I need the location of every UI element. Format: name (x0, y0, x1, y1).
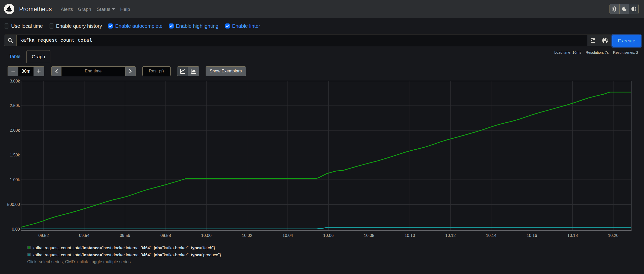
svg-text:09:54: 09:54 (79, 233, 89, 238)
svg-text:10:06: 10:06 (323, 233, 334, 238)
svg-text:09:56: 09:56 (120, 233, 130, 238)
svg-text:10:00: 10:00 (201, 233, 211, 238)
svg-text:500.00: 500.00 (7, 202, 20, 207)
svg-text:2.50k: 2.50k (10, 103, 20, 108)
svg-text:09:52: 09:52 (38, 233, 49, 238)
svg-text:10:12: 10:12 (445, 233, 456, 238)
svg-text:10:20: 10:20 (608, 233, 618, 238)
svg-text:10:18: 10:18 (567, 233, 578, 238)
svg-text:10:10: 10:10 (405, 233, 415, 238)
svg-text:1.50k: 1.50k (10, 153, 20, 157)
svg-text:10:14: 10:14 (486, 233, 496, 238)
svg-text:2.00k: 2.00k (10, 128, 20, 132)
svg-text:3.00k: 3.00k (10, 79, 20, 83)
svg-text:10:02: 10:02 (242, 233, 252, 238)
svg-text:09:58: 09:58 (160, 233, 171, 238)
svg-text:10:16: 10:16 (527, 233, 537, 238)
svg-text:10:08: 10:08 (364, 233, 374, 238)
svg-text:10:04: 10:04 (282, 233, 293, 238)
svg-text:1.00k: 1.00k (10, 177, 20, 182)
svg-text:0.00: 0.00 (12, 227, 20, 231)
